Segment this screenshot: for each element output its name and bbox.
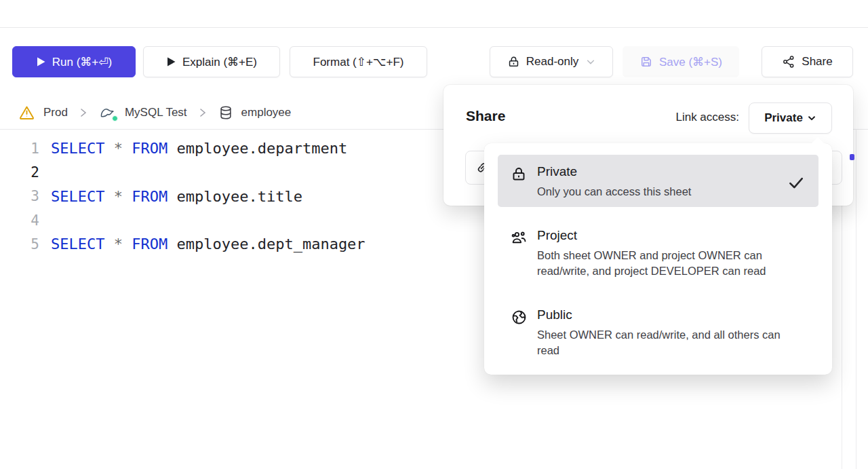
chevron-down-icon — [807, 113, 816, 123]
format-button-label: Format (⇧+⌥+F) — [313, 55, 404, 69]
line-number: 2 — [0, 164, 39, 181]
share-button[interactable]: Share — [762, 46, 853, 77]
option-title: Public — [537, 307, 806, 322]
chevron-down-icon — [586, 57, 595, 67]
code-text: SELECT * FROM employee.department — [39, 140, 347, 157]
link-access-menu: Private Only you can access this sheet P… — [484, 143, 832, 375]
lock-icon — [507, 55, 520, 69]
run-button[interactable]: Run (⌘+⏎) — [12, 46, 136, 77]
warning-icon — [18, 105, 35, 121]
menu-item-public[interactable]: Public Sheet OWNER can read/write, and a… — [498, 298, 818, 367]
option-description: Sheet OWNER can read/write, and all othe… — [537, 327, 796, 359]
breadcrumb-database[interactable]: employee — [218, 105, 292, 120]
option-description: Only you can access this sheet — [537, 184, 778, 200]
breadcrumb-environment[interactable]: Prod — [18, 105, 68, 121]
code-text: SELECT * FROM employee.title — [39, 188, 302, 205]
code-text: SELECT * FROM employee.dept_manager — [39, 236, 366, 252]
check-icon — [787, 164, 806, 207]
panel-divider — [856, 130, 856, 469]
link-access-dropdown[interactable]: Private — [749, 102, 832, 134]
option-title: Project — [537, 228, 806, 243]
line-number: 4 — [0, 212, 39, 229]
sql-editor-app: Run (⌘+⏎) Explain (⌘+E) Format (⇧+⌥+F) R… — [0, 0, 868, 469]
chevron-right-icon — [197, 107, 208, 119]
share-popover-title: Share — [466, 108, 505, 124]
menu-item-project[interactable]: Project Both sheet OWNER and project OWN… — [498, 219, 818, 288]
top-strip — [0, 0, 868, 28]
play-icon — [166, 56, 176, 67]
share-icon — [782, 55, 795, 69]
save-icon — [639, 55, 653, 69]
line-number: 3 — [0, 188, 39, 204]
link-access-label: Link access: — [675, 111, 739, 124]
explain-button[interactable]: Explain (⌘+E) — [143, 46, 280, 77]
option-title: Private — [537, 164, 778, 179]
play-icon — [36, 56, 46, 67]
breadcrumb-instance[interactable]: MySQL Test — [99, 105, 187, 121]
globe-icon — [511, 307, 528, 367]
line-number: 5 — [0, 236, 39, 252]
instance-label: MySQL Test — [125, 106, 187, 119]
copy-button-edge[interactable] — [850, 154, 854, 160]
readonly-label: Read-only — [526, 55, 579, 69]
users-icon — [511, 228, 528, 288]
menu-item-private[interactable]: Private Only you can access this sheet — [498, 155, 818, 207]
mysql-icon — [99, 105, 117, 121]
chevron-right-icon — [78, 107, 89, 119]
database-icon — [218, 105, 233, 120]
status-dot — [112, 115, 118, 121]
share-button-label: Share — [802, 55, 832, 69]
line-number: 1 — [0, 140, 39, 157]
save-button[interactable]: Save (⌘+S) — [623, 46, 739, 77]
save-button-label: Save (⌘+S) — [659, 55, 722, 69]
explain-button-label: Explain (⌘+E) — [182, 55, 257, 69]
environment-label: Prod — [43, 106, 68, 119]
option-description: Both sheet OWNER and project OWNER can r… — [537, 248, 796, 280]
database-label: employee — [241, 106, 292, 119]
readonly-mode-dropdown[interactable]: Read-only — [490, 46, 613, 77]
run-button-label: Run (⌘+⏎) — [52, 55, 112, 69]
format-button[interactable]: Format (⇧+⌥+F) — [290, 46, 427, 77]
lock-icon — [511, 164, 528, 207]
link-access-value: Private — [764, 111, 803, 125]
